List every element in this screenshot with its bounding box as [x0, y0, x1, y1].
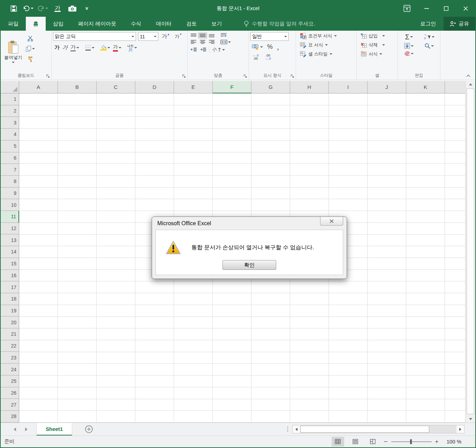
font-dialog-launcher[interactable] — [182, 74, 186, 78]
dialog-ok-button[interactable]: 확인 — [222, 260, 276, 270]
sheet-prev-icon[interactable] — [13, 427, 16, 431]
redo-button[interactable] — [36, 3, 50, 14]
percent-button[interactable]: % — [266, 43, 274, 51]
ribbon-tab[interactable]: 삽입 — [46, 17, 71, 31]
row-header[interactable]: 6 — [1, 152, 19, 164]
row-header[interactable]: 26 — [1, 387, 19, 399]
wrap-text-button[interactable] — [219, 32, 228, 38]
paste-button[interactable]: 붙여넣기 — [2, 32, 24, 71]
select-all-corner[interactable] — [1, 81, 19, 93]
column-header[interactable]: K — [406, 81, 445, 93]
row-header[interactable]: 27 — [1, 399, 19, 411]
align-center-button[interactable] — [198, 39, 207, 45]
splitter-grip-icon[interactable] — [287, 426, 289, 432]
bottom-align-button[interactable] — [207, 32, 216, 38]
italic-button[interactable]: 가 — [61, 44, 69, 52]
autosum-button[interactable]: Σ — [399, 33, 419, 41]
row-header[interactable]: 9 — [1, 188, 19, 199]
vertical-scroll-thumb[interactable] — [467, 89, 474, 414]
alignment-dialog-launcher[interactable] — [243, 74, 247, 78]
scroll-down-arrow[interactable] — [466, 416, 475, 423]
row-header[interactable]: 12 — [1, 223, 19, 235]
increase-indent-button[interactable] — [198, 47, 208, 53]
row-header[interactable]: 20 — [1, 317, 19, 328]
clipboard-dialog-launcher[interactable] — [46, 74, 50, 78]
maximize-button[interactable] — [436, 0, 456, 17]
row-header[interactable]: 15 — [1, 258, 19, 270]
row-header[interactable]: 25 — [1, 375, 19, 387]
zoom-slider[interactable] — [391, 441, 432, 442]
ribbon-tab[interactable]: 검토 — [179, 17, 204, 31]
column-header[interactable]: E — [174, 81, 213, 93]
sign-in-button[interactable]: 로그인 — [413, 17, 444, 31]
collapse-ribbon-icon[interactable] — [466, 75, 470, 77]
fill-button[interactable] — [399, 42, 419, 50]
zoom-out-button[interactable]: − — [384, 440, 388, 443]
orientation-button[interactable]: 가↗ — [211, 46, 226, 54]
customize-qat-button[interactable] — [80, 3, 94, 14]
ribbon-tab[interactable]: 데이터 — [149, 17, 179, 31]
phonetic-guide-button[interactable]: 내천川 — [126, 43, 138, 52]
format-cells-button[interactable]: 서식 — [360, 50, 396, 58]
cut-button[interactable] — [24, 35, 36, 42]
ribbon-tab[interactable]: 홈 — [26, 17, 46, 31]
find-select-button[interactable] — [420, 42, 439, 50]
minimize-button[interactable] — [417, 0, 436, 17]
scroll-up-arrow[interactable] — [466, 81, 475, 88]
scroll-left-arrow[interactable] — [293, 425, 300, 433]
normal-view-button[interactable] — [332, 437, 344, 447]
row-header[interactable]: 5 — [1, 141, 19, 152]
column-header[interactable]: B — [58, 81, 97, 93]
align-right-button[interactable] — [207, 39, 216, 45]
column-header[interactable]: I — [329, 81, 368, 93]
dialog-close-button[interactable] — [320, 217, 343, 226]
page-break-view-button[interactable] — [367, 437, 379, 447]
row-header[interactable]: 21 — [1, 328, 19, 340]
fill-color-button[interactable] — [99, 44, 112, 51]
sort-filter-button[interactable]: ㄱㅎ — [420, 33, 439, 41]
row-header[interactable]: 16 — [1, 270, 19, 282]
accounting-format-button[interactable] — [250, 43, 264, 51]
increase-decimal-button[interactable]: ←.0.00 — [251, 53, 260, 61]
row-header[interactable]: 3 — [1, 117, 19, 129]
copy-button[interactable] — [24, 45, 36, 53]
column-header[interactable]: A — [19, 81, 58, 93]
zoom-in-button[interactable]: + — [435, 440, 438, 443]
ribbon-tab[interactable]: 보기 — [204, 17, 229, 31]
column-header[interactable]: G — [251, 81, 290, 93]
grow-font-button[interactable]: 가▲ — [160, 32, 171, 40]
font-color-button[interactable]: 가 — [112, 43, 123, 52]
underline-button[interactable]: 가 — [69, 43, 81, 52]
bold-button[interactable]: 가 — [53, 44, 61, 52]
merge-center-button[interactable] — [219, 39, 232, 45]
row-header[interactable]: 13 — [1, 234, 19, 246]
vertical-scrollbar[interactable] — [465, 81, 475, 423]
sheet-tab[interactable]: Sheet1 — [37, 423, 72, 435]
row-header[interactable]: 17 — [1, 281, 19, 293]
column-header[interactable]: D — [135, 81, 174, 93]
row-header[interactable]: 11 — [1, 211, 19, 223]
tell-me-box[interactable]: 수행할 작업을 알려 주세요. — [244, 17, 315, 31]
number-dialog-launcher[interactable] — [290, 74, 294, 78]
row-header[interactable]: 19 — [1, 305, 19, 317]
row-header[interactable]: 2 — [1, 105, 19, 117]
borders-button[interactable] — [84, 44, 96, 51]
ribbon-tab[interactable]: 파일 — [1, 17, 26, 31]
column-header[interactable]: C — [97, 81, 135, 93]
horizontal-scroll-track[interactable] — [429, 425, 456, 433]
row-header[interactable]: 7 — [1, 164, 19, 176]
middle-align-button[interactable] — [198, 32, 207, 38]
row-header[interactable]: 14 — [1, 246, 19, 258]
row-header[interactable]: 10 — [1, 199, 19, 211]
row-header[interactable]: 4 — [1, 129, 19, 141]
column-header[interactable]: F — [213, 81, 251, 93]
zoom-slider-thumb[interactable] — [410, 439, 412, 444]
horizontal-scrollbar[interactable] — [292, 425, 464, 433]
row-header[interactable]: 8 — [1, 176, 19, 188]
save-button[interactable] — [6, 3, 21, 14]
delete-cells-button[interactable]: 삭제 — [360, 41, 396, 49]
close-button[interactable] — [456, 0, 475, 17]
horizontal-scroll-thumb[interactable] — [300, 426, 429, 433]
column-header[interactable]: H — [290, 81, 329, 93]
row-header[interactable]: 18 — [1, 293, 19, 305]
